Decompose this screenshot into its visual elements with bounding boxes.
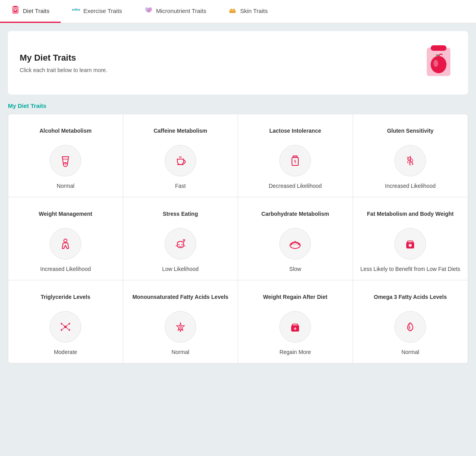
main-content: My Diet Traits Click each trait below to… [0,23,476,373]
trait-card-lactose[interactable]: Lactose Intolerance Decreased Likelihood [238,114,353,197]
trait-card-alcohol[interactable]: Alcohol Metabolism Normal [8,114,123,197]
trait-card-fat[interactable]: Fat Metabolism and Body Weight Less Like… [353,197,468,280]
trait-icon-regain [279,311,311,343]
trait-card-weight[interactable]: Weight Management Increased Likelihood [8,197,123,280]
diet-tab-icon [11,6,20,16]
trait-icon-lactose [279,145,311,176]
header-title: My Diet Traits [20,53,108,63]
trait-icon-omega3: 3 [394,311,426,343]
svg-text:3: 3 [409,326,411,329]
svg-point-43 [179,326,182,328]
svg-line-42 [65,327,69,330]
svg-point-26 [181,244,182,245]
tab-micronutrient[interactable]: Micronutrient Traits [133,0,218,23]
tab-skin[interactable]: Skin Traits [217,0,279,23]
trait-card-carb[interactable]: Carbohydrate Metabolism Slow [238,197,353,280]
svg-line-39 [61,324,65,327]
traits-grid: Alcohol Metabolism Normal Caffeine Metab… [8,114,468,363]
header-subtitle: Click each trait below to learn more. [20,67,108,73]
svg-point-11 [230,9,232,10]
trait-title-triglyceride: Triglyceride Levels [41,290,90,304]
trait-icon-weight [50,228,81,260]
trait-title-stress: Stress Eating [163,207,198,221]
exercise-tab-icon [72,6,80,16]
svg-point-16 [433,60,438,67]
trait-value-stress: Low Likelihood [162,266,199,272]
section-heading: My Diet Traits [8,102,468,109]
tab-exercise[interactable]: Exercise Traits [61,0,133,23]
trait-card-caffeine[interactable]: Caffeine Metabolism Fast [123,114,238,197]
trait-icon-triglyceride [50,311,81,343]
svg-rect-1 [14,6,17,7]
header-text: My Diet Traits Click each trait below to… [20,53,108,73]
trait-value-mono: Normal [171,349,189,355]
skin-tab-icon [228,6,237,16]
svg-point-30 [294,241,296,243]
trait-value-alcohol: Normal [57,183,74,189]
svg-point-18 [65,163,66,165]
tab-diet[interactable]: Diet Traits [0,0,61,23]
trait-value-weight: Increased Likelihood [40,266,91,272]
trait-card-regain[interactable]: Weight Regain After Diet Regain More [238,280,353,363]
svg-point-15 [431,56,446,73]
trait-value-omega3: Normal [402,349,419,355]
trait-title-alcohol: Alcohol Metabolism [39,124,91,138]
trait-value-carb: Slow [289,266,301,272]
trait-icon-carb [279,228,311,260]
svg-rect-4 [78,9,80,11]
trait-title-omega3: Omega 3 Fatty Acids Levels [374,290,447,304]
trait-icon-fat [394,228,426,260]
trait-title-fat: Fat Metabolism and Body Weight [367,207,454,221]
svg-rect-20 [293,156,297,158]
trait-title-lactose: Lactose Intolerance [270,124,322,138]
svg-rect-14 [431,45,446,51]
trait-title-caffeine: Caffeine Metabolism [154,124,207,138]
trait-title-mono: Monounsaturated Fatty Acids Levels [132,290,229,304]
trait-value-caffeine: Fast [175,183,186,189]
svg-point-23 [64,239,67,242]
trait-value-fat: Less Likely to Benefit from Low Fat Diet… [360,266,460,272]
trait-card-omega3[interactable]: Omega 3 Fatty Acids Levels 3 Normal [353,280,468,363]
trait-title-regain: Weight Regain After Diet [263,290,327,304]
trait-card-triglyceride[interactable]: Triglyceride Levels Moderate [8,280,123,363]
svg-point-25 [178,244,179,245]
trait-title-carb: Carbohydrate Metabolism [261,207,329,221]
trait-icon-mono [165,311,196,343]
trait-title-gluten: Gluten Sensitivity [387,124,433,138]
svg-rect-6 [74,8,78,11]
svg-rect-32 [407,241,413,243]
trait-icon-alcohol [50,145,81,176]
svg-rect-46 [292,324,298,326]
trait-value-lactose: Decreased Likelihood [269,183,322,189]
trait-card-mono[interactable]: Monounsaturated Fatty Acids Levels Norma… [123,280,238,363]
header-diet-icon [421,43,456,83]
svg-point-44 [180,331,181,332]
svg-point-21 [294,160,296,162]
micronutrient-tab-icon [144,6,153,16]
svg-line-41 [61,327,65,330]
tab-exercise-label: Exercise Traits [84,7,122,14]
header-card: My Diet Traits Click each trait below to… [8,31,468,95]
trait-icon-stress [165,228,196,260]
trait-value-gluten: Increased Likelihood [385,183,435,189]
trait-title-weight: Weight Management [39,207,92,221]
trait-value-triglyceride: Moderate [54,349,77,355]
tabs-bar: Diet Traits Exercise Traits Micronutrien… [0,0,476,23]
svg-line-40 [65,324,69,327]
svg-rect-3 [72,9,74,11]
svg-point-12 [233,9,235,10]
trait-icon-caffeine [165,145,196,176]
tab-skin-label: Skin Traits [240,7,268,14]
trait-card-gluten[interactable]: Gluten Sensitivity Increased Likelihood [353,114,468,197]
tab-diet-label: Diet Traits [23,7,50,14]
tab-micronutrient-label: Micronutrient Traits [156,7,206,14]
trait-card-stress[interactable]: Stress Eating Low Likelihood [123,197,238,280]
trait-icon-gluten [394,145,426,176]
trait-value-regain: Regain More [279,349,311,355]
